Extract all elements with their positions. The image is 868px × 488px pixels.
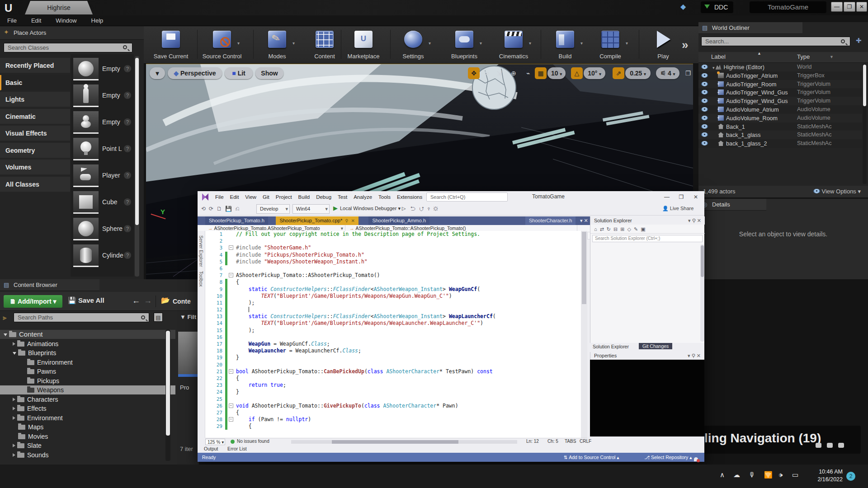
code-line[interactable]: 19} xyxy=(205,354,587,361)
code-line[interactable]: 16 xyxy=(205,334,587,341)
folder-label[interactable]: Weapons xyxy=(37,386,64,394)
editor-tab[interactable]: ShooterPickup_Tomato.h xyxy=(205,216,268,225)
editor-tab[interactable]: ShooterPickup_Tomato.cpp*⚲✕ xyxy=(276,216,359,225)
search-classes-input[interactable]: Search Classes xyxy=(4,43,132,52)
settings-button[interactable]: Settings xyxy=(392,28,434,61)
content-button[interactable]: Content xyxy=(304,28,345,61)
editor-scrollbar[interactable] xyxy=(581,231,587,438)
fold-toggle-icon[interactable]: − xyxy=(229,404,233,408)
code-line[interactable]: 17 WeapGun = WeapGunCf.Class; xyxy=(205,341,587,347)
panel-tab-error-list[interactable]: Error List xyxy=(227,446,247,451)
tab-group-controls[interactable]: ▾ ✕ xyxy=(576,216,592,225)
vs-menu-extensions[interactable]: Extensions xyxy=(394,194,425,200)
folder-label[interactable]: Content xyxy=(19,330,43,338)
code-line[interactable]: 10 TEXT("Blueprint'/Game/Blueprints/Weap… xyxy=(205,293,587,300)
tree-arrow-icon[interactable] xyxy=(13,444,15,447)
visibility-eye-icon[interactable] xyxy=(701,90,708,94)
minimize-button[interactable]: — xyxy=(831,2,843,12)
blueprints-button[interactable]: Blueprints xyxy=(443,28,485,61)
tree-arrow-icon[interactable] xyxy=(13,416,15,420)
vs-toolbar-icons-2[interactable]: ⮌⮍⚲⚙ xyxy=(410,206,442,212)
filters-button[interactable]: ▼ Filt xyxy=(180,314,196,320)
dropdown-caret-icon[interactable]: ▾ xyxy=(429,41,431,46)
menu-edit[interactable]: Edit xyxy=(24,15,48,26)
code-line[interactable]: 5#include "Weapons/ShooterWeapon_Instant… xyxy=(205,258,587,265)
folder-pickups[interactable]: Pickups xyxy=(0,376,175,385)
save-current-button[interactable]: Save Current xyxy=(150,28,192,61)
category-geometry[interactable]: Geometry xyxy=(0,143,70,158)
outliner-row[interactable]: AudioTrigger_RoomTriggerVolum xyxy=(698,80,862,89)
code-line[interactable]: 23 return true; xyxy=(205,382,587,389)
breadcrumb[interactable]: Conte xyxy=(173,298,191,305)
code-line[interactable]: 12 xyxy=(205,306,587,313)
view-list-icon[interactable]: ▤ xyxy=(154,313,163,322)
add-folder-icon[interactable]: ✚ xyxy=(856,37,862,45)
folder-slate[interactable]: Slate xyxy=(0,441,175,450)
translate-tool-button[interactable]: ✥ xyxy=(468,67,480,79)
folder-sounds[interactable]: Sounds xyxy=(0,450,175,460)
scale-snap-value[interactable]: 0.25 ▾ xyxy=(625,67,651,79)
close-tab-icon[interactable]: ✕ xyxy=(351,218,355,223)
code-line[interactable]: 2 xyxy=(205,238,587,244)
rotate-tool-button[interactable]: ↻ xyxy=(481,67,492,79)
dropdown-caret-icon[interactable]: ▾ xyxy=(529,41,531,46)
side-tab-server-explorer[interactable]: Server Explorer xyxy=(198,235,203,267)
sources-toggle-icon[interactable]: ⫸ xyxy=(3,314,6,322)
viewport-options-dropdown[interactable]: ▾ xyxy=(150,67,165,79)
asset-thumbnail[interactable] xyxy=(178,332,198,377)
folder-content[interactable]: Content xyxy=(0,330,175,339)
actor-item-thumbnail[interactable] xyxy=(73,111,99,134)
rotation-snap-value[interactable]: 10° ▾ xyxy=(584,67,605,79)
vs-menu-tools[interactable]: Tools xyxy=(375,194,394,200)
outliner-row[interactable]: back_1_glass_2StaticMeshAc xyxy=(698,139,862,148)
actor-item-thumbnail[interactable] xyxy=(73,244,99,267)
play-button[interactable]: Play xyxy=(642,28,684,61)
editor-tab-right-group[interactable]: ShooterCharacter.h xyxy=(525,216,576,225)
maximize-button[interactable]: ❐ xyxy=(844,2,855,12)
onedrive-cloud-icon[interactable]: ☁ xyxy=(733,471,740,479)
visibility-eye-icon[interactable] xyxy=(701,107,708,112)
editor-hscrollbar[interactable] xyxy=(291,440,517,444)
code-line[interactable]: 24} xyxy=(205,389,587,395)
view-options-button[interactable]: View Options ▾ xyxy=(811,186,861,197)
actor-item-thumbnail[interactable] xyxy=(73,164,99,187)
vs-menu-test[interactable]: Test xyxy=(335,194,350,200)
source-control-button[interactable]: Source Control xyxy=(201,28,243,61)
dropdown-caret-icon[interactable]: ▾ xyxy=(237,41,240,46)
category-all-classes[interactable]: All Classes xyxy=(0,177,70,192)
vs-menu-analyze[interactable]: Analyze xyxy=(350,194,375,200)
folder-label[interactable]: Environment xyxy=(27,414,63,422)
dropdown-caret-icon[interactable]: ▾ xyxy=(480,41,482,46)
world-space-button[interactable]: ⊕ xyxy=(508,67,519,79)
code-line[interactable]: 27{ xyxy=(205,409,587,416)
dropdown-caret-icon[interactable]: ▾ xyxy=(626,41,628,46)
code-line[interactable]: 29 { xyxy=(205,423,587,430)
debug-target-button[interactable]: Local Windows Debugger ▾ ▷ xyxy=(340,206,406,211)
actor-label[interactable]: back_1_glass_2 xyxy=(726,141,767,147)
visibility-eye-icon[interactable] xyxy=(701,116,708,120)
vs-menu-view[interactable]: View xyxy=(242,194,259,200)
actor-item-thumbnail[interactable] xyxy=(73,191,99,214)
vs-restore-button[interactable]: ❐ xyxy=(675,191,688,203)
menu-file[interactable]: File xyxy=(0,15,24,26)
code-line[interactable]: 9 static ConstructorHelpers::FClassFinde… xyxy=(205,286,587,293)
code-line[interactable]: 13 static ConstructorHelpers::FClassFind… xyxy=(205,313,587,320)
folder-label[interactable]: Animations xyxy=(27,340,58,347)
folder-label[interactable]: Sounds xyxy=(27,451,48,459)
volume-icon[interactable]: 🕩 xyxy=(778,471,783,479)
tree-arrow-icon[interactable] xyxy=(4,333,7,336)
solution-explorer-tab[interactable]: Solution Explorer xyxy=(593,344,629,349)
menu-help[interactable]: Help xyxy=(84,15,111,26)
outliner-row[interactable]: AudioVolume_RoomAudioVolume xyxy=(698,114,862,122)
show-flags-button[interactable]: Show xyxy=(255,67,283,79)
folder-label[interactable]: Maps xyxy=(28,423,43,431)
visibility-eye-icon[interactable] xyxy=(701,132,708,137)
compile-button[interactable]: Compile xyxy=(590,28,631,61)
visibility-eye-icon[interactable] xyxy=(701,73,708,78)
code-line[interactable]: 11 ); xyxy=(205,300,587,306)
surface-snap-button[interactable]: ⌁ xyxy=(522,67,534,79)
solution-explorer-search[interactable]: Search Solution Explorer (Ctrl+;) xyxy=(592,235,703,242)
actor-label[interactable]: back_1_glass xyxy=(726,132,760,138)
actor-item-thumbnail[interactable] xyxy=(73,58,99,80)
vs-menu-file[interactable]: File xyxy=(212,194,227,200)
